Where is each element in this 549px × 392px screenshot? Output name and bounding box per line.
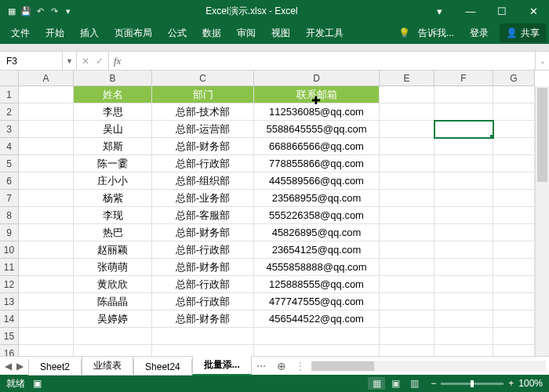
cell-D13[interactable]: 477747555@qq.com [254,293,380,310]
ribbon-tab-0[interactable]: 文件 [3,22,38,44]
minimize-button[interactable]: — [455,0,486,22]
cell-B6[interactable]: 庄小小 [74,172,152,190]
cell-A11[interactable] [19,259,74,276]
cell-B15[interactable] [74,328,152,345]
row-header-13[interactable]: 13 [0,293,19,310]
sheet-nav-prev-icon[interactable]: ◀ [5,361,12,372]
col-header-C[interactable]: C [152,71,254,86]
row-header-1[interactable]: 1 [0,86,19,103]
cell-D4[interactable]: 668866566@qq.com [254,138,380,155]
cell-C11[interactable]: 总部-财务部 [152,259,254,276]
cell-B8[interactable]: 李现 [74,207,152,224]
cell-E11[interactable] [380,259,434,276]
spreadsheet-grid[interactable]: ABCDEFG 12345678910111213141516 姓名部门联系邮箱… [0,71,549,356]
cell-B16[interactable] [74,345,152,356]
zoom-in-button[interactable]: + [508,378,514,389]
cell-C3[interactable]: 总部-运营部 [152,121,254,138]
cell-E4[interactable] [380,138,434,155]
zoom-out-button[interactable]: − [431,378,436,389]
sheet-more-icon[interactable]: ⋯ [252,361,271,372]
cell-D10[interactable]: 23654125@qq.com [254,241,380,259]
cell-E9[interactable] [380,224,434,241]
add-sheet-button[interactable]: ⊕ [271,360,293,372]
row-header-2[interactable]: 2 [0,103,19,121]
col-header-D[interactable]: D [254,71,380,86]
cell-A5[interactable] [19,155,74,172]
vertical-scroll-thumb[interactable] [537,88,547,182]
sheet-tab-3[interactable]: 批量添... [192,356,252,376]
row-header-9[interactable]: 9 [0,224,19,241]
ribbon-tab-6[interactable]: 审阅 [229,22,264,44]
cell-B14[interactable]: 吴婷婷 [74,310,152,328]
ribbon-options-icon[interactable]: ▾ [424,0,455,22]
zoom-slider-handle[interactable] [471,380,474,387]
cell-F12[interactable] [434,276,493,293]
view-normal-button[interactable]: ▦ [368,377,385,390]
name-box[interactable]: F3 [0,52,63,70]
cell-B13[interactable]: 陈晶晶 [74,293,152,310]
row-header-15[interactable]: 15 [0,328,19,345]
cell-A8[interactable] [19,207,74,224]
cell-B12[interactable]: 黄欣欣 [74,276,152,293]
cell-F11[interactable] [434,259,493,276]
cell-D1[interactable]: 联系邮箱 [254,86,380,103]
col-header-E[interactable]: E [380,71,434,86]
row-header-5[interactable]: 5 [0,155,19,172]
share-button[interactable]: 👤 共享 [500,24,546,42]
row-header-7[interactable]: 7 [0,190,19,207]
cell-D6[interactable]: 445589566@qq.com [254,172,380,190]
row-header-6[interactable]: 6 [0,172,19,190]
name-box-dropdown-icon[interactable]: ▼ [63,52,77,70]
cell-G13[interactable] [493,293,535,310]
cell-G11[interactable] [493,259,535,276]
tell-me[interactable]: 告诉我... [410,22,462,44]
cell-E10[interactable] [380,241,434,259]
cell-A6[interactable] [19,172,74,190]
cell-D16[interactable] [254,345,380,356]
cell-E13[interactable] [380,293,434,310]
view-page-layout-button[interactable]: ▣ [387,377,404,390]
row-header-12[interactable]: 12 [0,276,19,293]
cell-D5[interactable]: 778855866@qq.com [254,155,380,172]
row-header-14[interactable]: 14 [0,310,19,328]
cell-G3[interactable] [493,121,535,138]
cell-E6[interactable] [380,172,434,190]
zoom-level[interactable]: 100% [518,378,543,389]
vertical-scrollbar[interactable] [535,86,549,356]
cell-A9[interactable] [19,224,74,241]
cell-F3[interactable] [434,121,493,138]
maximize-button[interactable]: ☐ [486,0,518,22]
cell-F15[interactable] [434,328,493,345]
cell-A2[interactable] [19,103,74,121]
row-header-10[interactable]: 10 [0,241,19,259]
cell-C2[interactable]: 总部-技术部 [152,103,254,121]
cell-G5[interactable] [493,155,535,172]
sheet-nav-next-icon[interactable]: ▶ [16,361,24,372]
formula-input[interactable] [125,52,535,70]
cell-A10[interactable] [19,241,74,259]
cell-G14[interactable] [493,310,535,328]
select-all-corner[interactable] [0,71,19,86]
row-header-8[interactable]: 8 [0,207,19,224]
cell-D3[interactable]: 5588645555@qq.com [254,121,380,138]
cell-G12[interactable] [493,276,535,293]
row-header-11[interactable]: 11 [0,259,19,276]
cell-A7[interactable] [19,190,74,207]
cell-B4[interactable]: 郑斯 [74,138,152,155]
ribbon-tab-3[interactable]: 页面布局 [107,22,160,44]
cell-E15[interactable] [380,328,434,345]
col-header-A[interactable]: A [19,71,74,86]
cell-E3[interactable] [380,121,434,138]
cell-A14[interactable] [19,310,74,328]
cell-D14[interactable]: 456544522@qq.com [254,310,380,328]
cell-F4[interactable] [434,138,493,155]
cell-G6[interactable] [493,172,535,190]
cell-D12[interactable]: 125888555@qq.com [254,276,380,293]
ribbon-tab-2[interactable]: 插入 [72,22,107,44]
row-header-16[interactable]: 16 [0,345,19,356]
cell-B9[interactable]: 热巴 [74,224,152,241]
cell-E12[interactable] [380,276,434,293]
cell-A1[interactable] [19,86,74,103]
cell-G9[interactable] [493,224,535,241]
cell-C8[interactable]: 总部-客服部 [152,207,254,224]
